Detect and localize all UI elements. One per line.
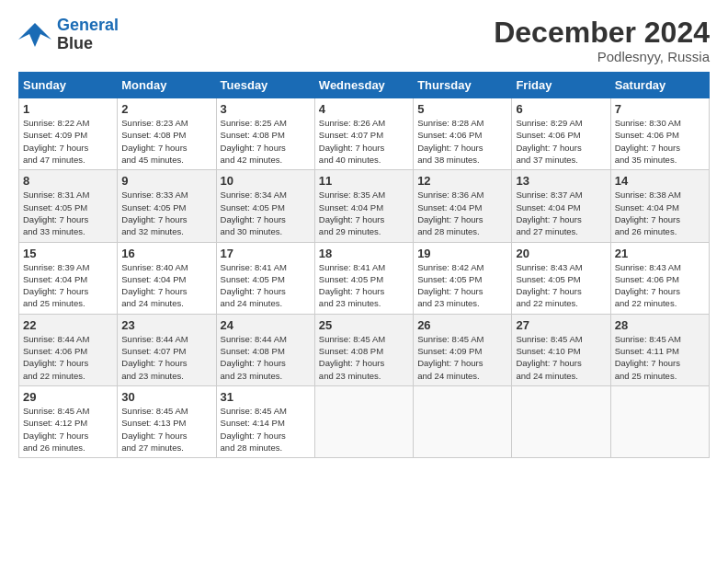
day-info: Sunrise: 8:45 AM Sunset: 4:11 PM Dayligh… [615, 333, 705, 382]
calendar-cell: 9Sunrise: 8:33 AM Sunset: 4:05 PM Daylig… [118, 170, 216, 242]
calendar-cell: 10Sunrise: 8:34 AM Sunset: 4:05 PM Dayli… [216, 170, 314, 242]
day-info: Sunrise: 8:45 AM Sunset: 4:08 PM Dayligh… [319, 333, 409, 382]
day-number: 10 [221, 174, 311, 188]
day-number: 21 [615, 247, 705, 260]
calendar-cell: 24Sunrise: 8:44 AM Sunset: 4:08 PM Dayli… [216, 314, 314, 385]
day-info: Sunrise: 8:41 AM Sunset: 4:05 PM Dayligh… [221, 261, 311, 310]
logo: GeneralBlue [18, 17, 119, 53]
day-info: Sunrise: 8:45 AM Sunset: 4:13 PM Dayligh… [121, 405, 211, 454]
day-number: 24 [221, 318, 311, 332]
month-title: December 2024 [494, 17, 710, 49]
logo-text: GeneralBlue [57, 17, 119, 53]
day-info: Sunrise: 8:34 AM Sunset: 4:05 PM Dayligh… [221, 189, 311, 237]
calendar-cell [414, 385, 512, 457]
day-info: Sunrise: 8:37 AM Sunset: 4:04 PM Dayligh… [516, 189, 606, 237]
day-number: 26 [417, 318, 507, 332]
day-number: 16 [121, 247, 211, 260]
logo-icon [18, 21, 51, 49]
day-info: Sunrise: 8:42 AM Sunset: 4:05 PM Dayligh… [417, 261, 507, 310]
calendar-header-row: SundayMondayTuesdayWednesdayThursdayFrid… [19, 73, 710, 98]
day-info: Sunrise: 8:36 AM Sunset: 4:04 PM Dayligh… [417, 189, 507, 237]
calendar-table: SundayMondayTuesdayWednesdayThursdayFrid… [18, 72, 710, 458]
day-info: Sunrise: 8:31 AM Sunset: 4:05 PM Dayligh… [23, 189, 113, 237]
calendar-week-row: 29Sunrise: 8:45 AM Sunset: 4:12 PM Dayli… [19, 385, 710, 457]
calendar-day-header: Saturday [610, 73, 709, 98]
calendar-day-header: Sunday [19, 73, 118, 98]
day-number: 14 [615, 174, 705, 188]
day-number: 6 [516, 102, 606, 116]
calendar-cell [512, 385, 610, 457]
calendar-cell: 11Sunrise: 8:35 AM Sunset: 4:04 PM Dayli… [314, 170, 413, 242]
page-container: GeneralBlue December 2024 Podlesnyy, Rus… [0, 0, 728, 467]
day-info: Sunrise: 8:35 AM Sunset: 4:04 PM Dayligh… [319, 189, 409, 237]
day-number: 15 [23, 247, 113, 260]
calendar-cell: 5Sunrise: 8:28 AM Sunset: 4:06 PM Daylig… [414, 98, 512, 170]
day-info: Sunrise: 8:45 AM Sunset: 4:14 PM Dayligh… [221, 405, 311, 454]
day-number: 8 [23, 174, 113, 188]
calendar-cell [314, 385, 413, 457]
day-number: 20 [516, 247, 606, 260]
calendar-cell: 21Sunrise: 8:43 AM Sunset: 4:06 PM Dayli… [610, 242, 709, 314]
calendar-cell: 23Sunrise: 8:44 AM Sunset: 4:07 PM Dayli… [118, 314, 216, 385]
day-number: 25 [319, 318, 409, 332]
day-number: 7 [615, 102, 705, 116]
day-info: Sunrise: 8:23 AM Sunset: 4:08 PM Dayligh… [121, 117, 211, 166]
day-number: 3 [221, 102, 311, 116]
day-number: 31 [221, 390, 311, 404]
calendar-cell: 4Sunrise: 8:26 AM Sunset: 4:07 PM Daylig… [314, 98, 413, 170]
day-number: 27 [516, 318, 606, 332]
calendar-week-row: 22Sunrise: 8:44 AM Sunset: 4:06 PM Dayli… [19, 314, 710, 385]
day-info: Sunrise: 8:43 AM Sunset: 4:06 PM Dayligh… [615, 261, 705, 310]
day-number: 12 [417, 174, 507, 188]
calendar-cell: 28Sunrise: 8:45 AM Sunset: 4:11 PM Dayli… [610, 314, 709, 385]
calendar-week-row: 15Sunrise: 8:39 AM Sunset: 4:04 PM Dayli… [19, 242, 710, 314]
day-info: Sunrise: 8:40 AM Sunset: 4:04 PM Dayligh… [121, 261, 211, 310]
day-info: Sunrise: 8:41 AM Sunset: 4:05 PM Dayligh… [319, 261, 409, 310]
calendar-cell: 16Sunrise: 8:40 AM Sunset: 4:04 PM Dayli… [118, 242, 216, 314]
day-info: Sunrise: 8:45 AM Sunset: 4:10 PM Dayligh… [516, 333, 606, 382]
calendar-cell: 27Sunrise: 8:45 AM Sunset: 4:10 PM Dayli… [512, 314, 610, 385]
day-info: Sunrise: 8:28 AM Sunset: 4:06 PM Dayligh… [417, 117, 507, 166]
day-number: 18 [319, 247, 409, 260]
day-info: Sunrise: 8:39 AM Sunset: 4:04 PM Dayligh… [23, 261, 113, 310]
day-number: 2 [121, 102, 211, 116]
day-number: 30 [121, 390, 211, 404]
calendar-cell: 22Sunrise: 8:44 AM Sunset: 4:06 PM Dayli… [19, 314, 118, 385]
calendar-cell: 20Sunrise: 8:43 AM Sunset: 4:05 PM Dayli… [512, 242, 610, 314]
svg-marker-0 [18, 23, 51, 47]
calendar-day-header: Friday [512, 73, 610, 98]
day-number: 11 [319, 174, 409, 188]
day-number: 9 [121, 174, 211, 188]
day-number: 5 [417, 102, 507, 116]
calendar-cell: 3Sunrise: 8:25 AM Sunset: 4:08 PM Daylig… [216, 98, 314, 170]
day-number: 13 [516, 174, 606, 188]
calendar-cell: 29Sunrise: 8:45 AM Sunset: 4:12 PM Dayli… [19, 385, 118, 457]
calendar-week-row: 1Sunrise: 8:22 AM Sunset: 4:09 PM Daylig… [19, 98, 710, 170]
day-info: Sunrise: 8:26 AM Sunset: 4:07 PM Dayligh… [319, 117, 409, 166]
day-number: 17 [221, 247, 311, 260]
location-subtitle: Podlesnyy, Russia [494, 49, 710, 64]
calendar-cell: 15Sunrise: 8:39 AM Sunset: 4:04 PM Dayli… [19, 242, 118, 314]
calendar-day-header: Wednesday [314, 73, 413, 98]
day-info: Sunrise: 8:38 AM Sunset: 4:04 PM Dayligh… [615, 189, 705, 237]
day-info: Sunrise: 8:45 AM Sunset: 4:12 PM Dayligh… [23, 405, 113, 454]
day-info: Sunrise: 8:30 AM Sunset: 4:06 PM Dayligh… [615, 117, 705, 166]
calendar-day-header: Tuesday [216, 73, 314, 98]
calendar-cell: 14Sunrise: 8:38 AM Sunset: 4:04 PM Dayli… [610, 170, 709, 242]
day-info: Sunrise: 8:25 AM Sunset: 4:08 PM Dayligh… [221, 117, 311, 166]
day-number: 4 [319, 102, 409, 116]
calendar-cell: 1Sunrise: 8:22 AM Sunset: 4:09 PM Daylig… [19, 98, 118, 170]
day-info: Sunrise: 8:33 AM Sunset: 4:05 PM Dayligh… [121, 189, 211, 237]
calendar-cell: 2Sunrise: 8:23 AM Sunset: 4:08 PM Daylig… [118, 98, 216, 170]
day-number: 22 [23, 318, 113, 332]
calendar-cell: 13Sunrise: 8:37 AM Sunset: 4:04 PM Dayli… [512, 170, 610, 242]
header: GeneralBlue December 2024 Podlesnyy, Rus… [18, 17, 710, 64]
calendar-cell [610, 385, 709, 457]
day-info: Sunrise: 8:44 AM Sunset: 4:06 PM Dayligh… [23, 333, 113, 382]
day-info: Sunrise: 8:44 AM Sunset: 4:07 PM Dayligh… [121, 333, 211, 382]
day-info: Sunrise: 8:43 AM Sunset: 4:05 PM Dayligh… [516, 261, 606, 310]
day-info: Sunrise: 8:29 AM Sunset: 4:06 PM Dayligh… [516, 117, 606, 166]
calendar-cell: 19Sunrise: 8:42 AM Sunset: 4:05 PM Dayli… [414, 242, 512, 314]
calendar-day-header: Thursday [414, 73, 512, 98]
day-info: Sunrise: 8:22 AM Sunset: 4:09 PM Dayligh… [23, 117, 113, 166]
